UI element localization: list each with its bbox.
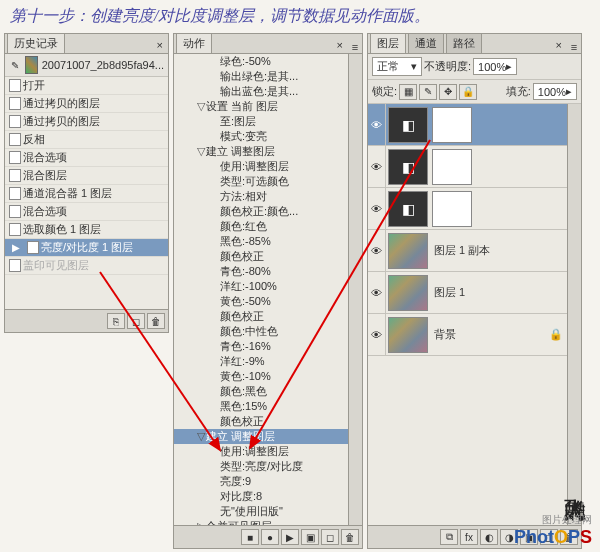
layer-row[interactable]: 👁◧: [368, 188, 567, 230]
tab-layers[interactable]: 图层: [370, 33, 406, 53]
history-item-disabled[interactable]: 盖印可见图层: [5, 257, 168, 275]
layer-row[interactable]: 👁图层 1: [368, 272, 567, 314]
tab-actions[interactable]: 动作: [176, 33, 212, 53]
visibility-toggle[interactable]: 👁: [368, 104, 386, 145]
play-icon[interactable]: ▶: [281, 529, 299, 545]
action-step[interactable]: 黑色:15%: [174, 399, 348, 414]
lock-position-icon[interactable]: ✥: [439, 84, 457, 100]
history-item[interactable]: 混合选项: [5, 203, 168, 221]
history-item-selected[interactable]: ▶亮度/对比度 1 图层: [5, 239, 168, 257]
link-icon[interactable]: ⧉: [440, 529, 458, 545]
action-step[interactable]: 模式:变亮: [174, 129, 348, 144]
tab-channels[interactable]: 通道: [408, 33, 444, 53]
page-icon: [9, 133, 21, 146]
fx-icon[interactable]: fx: [460, 529, 478, 545]
action-step[interactable]: ▽设置 当前 图层: [174, 99, 348, 114]
action-step[interactable]: 颜色校正:颜色...: [174, 204, 348, 219]
page-icon: [9, 259, 21, 272]
visibility-toggle[interactable]: 👁: [368, 146, 386, 187]
action-step[interactable]: 输出绿色:是其...: [174, 69, 348, 84]
action-step[interactable]: 至:图层: [174, 114, 348, 129]
disclosure-icon[interactable]: ▽: [196, 429, 206, 444]
history-item[interactable]: 通过拷贝的图层: [5, 95, 168, 113]
action-step[interactable]: 亮度:9: [174, 474, 348, 489]
action-step[interactable]: ▽建立 调整图层: [174, 144, 348, 159]
trash-icon[interactable]: 🗑: [147, 313, 165, 329]
new-doc-icon[interactable]: ⎘: [107, 313, 125, 329]
new-set-icon[interactable]: ▣: [301, 529, 319, 545]
disclosure-icon[interactable]: ▽: [196, 99, 206, 114]
tab-history[interactable]: 历史记录: [7, 33, 65, 53]
action-step[interactable]: 类型:亮度/对比度: [174, 459, 348, 474]
trash-icon[interactable]: 🗑: [341, 529, 359, 545]
history-item[interactable]: 选取颜色 1 图层: [5, 221, 168, 239]
history-item[interactable]: 混合图层: [5, 167, 168, 185]
action-step[interactable]: 类型:可选颜色: [174, 174, 348, 189]
action-step-highlighted[interactable]: ▽建立 调整图层: [174, 429, 348, 444]
history-item[interactable]: 通道混合器 1 图层: [5, 185, 168, 203]
layer-thumb: [388, 317, 428, 353]
visibility-toggle[interactable]: 👁: [368, 230, 386, 271]
action-step[interactable]: 黄色:-10%: [174, 369, 348, 384]
layer-name[interactable]: 背景: [430, 327, 460, 342]
lock-all-icon[interactable]: 🔒: [459, 84, 477, 100]
action-step[interactable]: 输出蓝色:是其...: [174, 84, 348, 99]
visibility-toggle[interactable]: 👁: [368, 188, 386, 229]
close-icon[interactable]: ×: [332, 37, 348, 53]
action-step[interactable]: 绿色:-50%: [174, 54, 348, 69]
fill-input[interactable]: 100%▸: [533, 83, 577, 100]
action-step[interactable]: 黑色:-85%: [174, 234, 348, 249]
blend-mode-select[interactable]: 正常▾: [372, 57, 422, 76]
action-step[interactable]: 无"使用旧版": [174, 504, 348, 519]
opacity-input[interactable]: 100%▸: [473, 58, 517, 75]
layer-name[interactable]: 图层 1: [430, 285, 469, 300]
lock-icon: 🔒: [545, 328, 567, 341]
visibility-toggle[interactable]: 👁: [368, 272, 386, 313]
history-item[interactable]: 反相: [5, 131, 168, 149]
action-step[interactable]: 颜色:黑色: [174, 384, 348, 399]
action-step[interactable]: 对比度:8: [174, 489, 348, 504]
layer-row[interactable]: 👁◧: [368, 104, 567, 146]
action-step[interactable]: 颜色校正: [174, 309, 348, 324]
page-icon: [27, 241, 39, 254]
action-step[interactable]: 使用:调整图层: [174, 444, 348, 459]
panel-menu-icon[interactable]: ≡: [348, 41, 362, 53]
stop-icon[interactable]: ■: [241, 529, 259, 545]
disclosure-icon[interactable]: ▽: [196, 144, 206, 159]
action-step[interactable]: 使用:调整图层: [174, 159, 348, 174]
action-step[interactable]: 青色:-80%: [174, 264, 348, 279]
mask-icon[interactable]: ◐: [480, 529, 498, 545]
scrollbar[interactable]: [567, 104, 581, 525]
action-step[interactable]: 颜色:中性色: [174, 324, 348, 339]
history-item[interactable]: 混合选项: [5, 149, 168, 167]
action-step[interactable]: 颜色校正: [174, 249, 348, 264]
lock-pixels-icon[interactable]: ✎: [419, 84, 437, 100]
action-step[interactable]: 颜色:红色: [174, 219, 348, 234]
panel-menu-icon[interactable]: ≡: [567, 41, 581, 53]
action-step[interactable]: 洋红:-9%: [174, 354, 348, 369]
layer-name[interactable]: 图层 1 副本: [430, 243, 494, 258]
actions-panel: 动作 × ≡ 绿色:-50%输出绿色:是其...输出蓝色:是其...▽设置 当前…: [173, 33, 363, 549]
history-item[interactable]: 通过拷贝的图层: [5, 113, 168, 131]
close-icon[interactable]: ×: [551, 37, 567, 53]
close-icon[interactable]: ×: [152, 37, 168, 53]
new-snapshot-icon[interactable]: ◻: [127, 313, 145, 329]
layer-row[interactable]: 👁图层 1 副本: [368, 230, 567, 272]
scrollbar[interactable]: [348, 54, 362, 525]
history-item[interactable]: 打开: [5, 77, 168, 95]
action-step[interactable]: 青色:-16%: [174, 339, 348, 354]
action-step[interactable]: 颜色校正: [174, 414, 348, 429]
new-action-icon[interactable]: ◻: [321, 529, 339, 545]
action-step[interactable]: 黄色:-50%: [174, 294, 348, 309]
page-icon: [9, 205, 21, 218]
tab-paths[interactable]: 路径: [446, 33, 482, 53]
record-icon[interactable]: ●: [261, 529, 279, 545]
layer-row[interactable]: 👁◧: [368, 146, 567, 188]
action-step[interactable]: 洋红:-100%: [174, 279, 348, 294]
adjustment-thumb: ◧: [388, 191, 428, 227]
layer-row[interactable]: 👁背景🔒: [368, 314, 567, 356]
lock-transparent-icon[interactable]: ▦: [399, 84, 417, 100]
history-snapshot-row[interactable]: ✎ 20071007_2b8d95fa94...: [5, 54, 168, 77]
visibility-toggle[interactable]: 👁: [368, 314, 386, 355]
action-step[interactable]: 方法:相对: [174, 189, 348, 204]
